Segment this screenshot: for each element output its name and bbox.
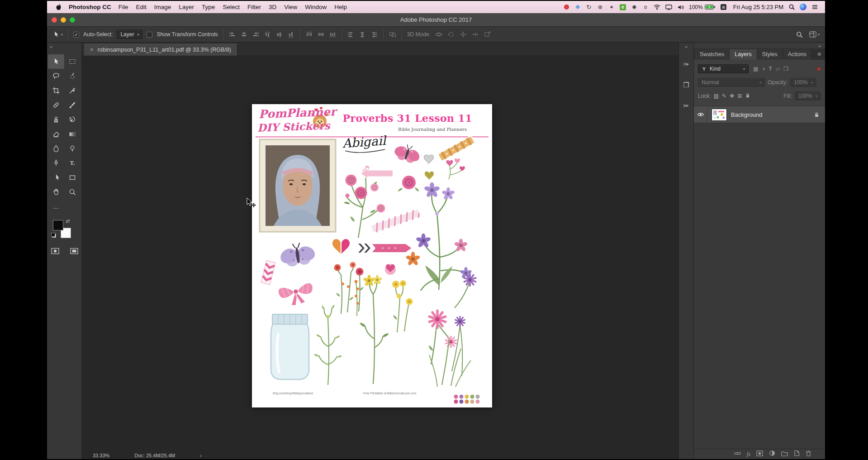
link-layers-icon[interactable] [734, 450, 741, 458]
distribute-right-icon[interactable] [370, 31, 378, 38]
apple-menu-icon[interactable] [55, 4, 62, 11]
screen-mode-button[interactable] [70, 247, 79, 257]
layer-row-background[interactable]: Background [694, 106, 825, 123]
eraser-tool[interactable] [48, 127, 64, 141]
layer-visibility-toggle[interactable] [694, 106, 707, 123]
dodge-tool[interactable] [64, 141, 81, 156]
rectangle-tool[interactable] [64, 170, 81, 185]
spotlight-icon[interactable] [788, 4, 795, 11]
brush-tool[interactable] [64, 98, 81, 112]
evernote-icon[interactable]: e [620, 4, 626, 11]
document-page[interactable]: PomPlanner DIY Stickers Proverbs 31 Less… [252, 104, 492, 407]
layers-list-empty-area[interactable] [694, 123, 825, 449]
active-app-menu[interactable]: Photoshop CC [69, 4, 111, 10]
adjustment-layer-icon[interactable] [769, 450, 775, 458]
sync-status-icon[interactable]: ↻ [586, 4, 592, 11]
default-colors-icon[interactable] [52, 234, 56, 238]
expand-panels-icon[interactable]: « [685, 44, 688, 49]
foreground-color-swatch[interactable] [53, 220, 63, 230]
notification-center-icon[interactable] [811, 4, 818, 11]
3d-orbit-icon[interactable] [435, 31, 443, 38]
edit-toolbar-button[interactable]: … [48, 199, 64, 214]
tab-layers[interactable]: Layers [730, 49, 757, 60]
filter-shape-layers-icon[interactable]: ▱ [776, 66, 780, 72]
3d-slide-icon[interactable] [471, 31, 479, 38]
align-vertical-center-icon[interactable] [275, 31, 283, 38]
delete-layer-icon[interactable] [806, 450, 811, 458]
lock-all-icon[interactable] [745, 92, 750, 100]
wifi-icon[interactable] [654, 4, 660, 11]
panel-menu-icon[interactable]: ≡ [817, 51, 821, 58]
globe-menu-icon[interactable]: ⊕ [597, 4, 603, 11]
new-layer-icon[interactable] [794, 450, 800, 458]
filter-smart-objects-icon[interactable]: ❒ [783, 66, 788, 72]
3d-scale-icon[interactable] [484, 31, 492, 38]
clone-source-panel-icon[interactable]: ❐ [683, 75, 689, 96]
filter-pixel-layers-icon[interactable]: ▦ [753, 66, 758, 72]
minimize-window-button[interactable] [61, 17, 66, 23]
fill-dropdown[interactable]: 100%▾ [795, 91, 821, 101]
window-title-bar[interactable]: Adobe Photoshop CC 2017 [47, 13, 825, 27]
layer-thumbnail[interactable] [711, 109, 727, 121]
align-top-icon[interactable] [264, 31, 271, 38]
blend-mode-dropdown[interactable]: Normal▾ [698, 78, 765, 87]
distribute-left-icon[interactable] [347, 31, 355, 38]
canvas[interactable]: PomPlanner DIY Stickers Proverbs 31 Less… [82, 56, 678, 452]
menu-layer[interactable]: Layer [179, 4, 194, 10]
notes-panel-icon[interactable]: ✂ [683, 96, 689, 116]
search-icon[interactable] [796, 31, 803, 38]
menu-help[interactable]: Help [334, 4, 347, 10]
filter-type-layers-icon[interactable]: T [769, 66, 772, 72]
document-tab[interactable]: × robinsampson_P31_L11_art01.pdf @ 33.3%… [84, 43, 237, 56]
opacity-dropdown[interactable]: 100%▾ [790, 78, 816, 87]
rectangular-marquee-tool[interactable] [64, 54, 81, 69]
sparkle-menu-icon[interactable]: ✦ [608, 4, 615, 11]
lock-pixels-icon[interactable]: ✎ [722, 93, 726, 99]
quick-mask-button[interactable] [51, 247, 60, 257]
layer-styles-fx-icon[interactable]: fx [747, 451, 750, 457]
menu-select[interactable]: Select [223, 4, 240, 10]
distribute-vertical-center-icon[interactable] [317, 31, 325, 38]
menu-filter[interactable]: Filter [247, 4, 261, 10]
3d-roll-icon[interactable] [447, 31, 455, 38]
eyedropper-tool[interactable] [64, 83, 81, 98]
layer-filter-kind-dropdown[interactable]: Kind▾ [698, 64, 749, 73]
quick-selection-tool[interactable] [64, 69, 81, 83]
history-brush-tool[interactable] [64, 112, 81, 127]
lock-position-icon[interactable]: ✥ [730, 93, 734, 99]
menu-view[interactable]: View [284, 4, 297, 10]
distribute-top-icon[interactable] [305, 31, 313, 38]
align-right-icon[interactable] [252, 31, 260, 38]
blur-tool[interactable] [48, 141, 64, 156]
collapse-tools-icon[interactable]: « [50, 44, 52, 49]
distribute-horizontal-center-icon[interactable] [359, 31, 366, 38]
menu-3d[interactable]: 3D [269, 4, 276, 10]
auto-select-checkbox[interactable]: ✓ [73, 32, 79, 38]
show-transform-controls-checkbox[interactable] [147, 32, 152, 38]
3d-drag-icon[interactable] [459, 31, 467, 38]
tab-styles[interactable]: Styles [757, 49, 783, 60]
brushes-panel-icon[interactable]: ✑ [683, 54, 689, 75]
move-tool[interactable] [48, 54, 64, 69]
type-tool[interactable]: T. [64, 156, 81, 170]
close-window-button[interactable] [52, 17, 57, 23]
new-group-icon[interactable] [781, 450, 788, 458]
filtering-toggle[interactable] [817, 67, 821, 71]
swap-colors-icon[interactable]: ⇄ [66, 218, 70, 224]
volume-icon[interactable] [677, 4, 684, 11]
zoom-window-button[interactable] [70, 17, 75, 23]
tool-preset-picker[interactable]: ▾ [52, 31, 63, 38]
menu-image[interactable]: Image [154, 4, 171, 10]
auto-select-target-dropdown[interactable]: Layer▾ [117, 30, 142, 39]
battery-indicator[interactable]: 100% [689, 4, 716, 10]
workspace-switcher[interactable]: ▾ [809, 31, 820, 38]
menu-type[interactable]: Type [202, 4, 215, 10]
status-chevron[interactable]: › [200, 453, 202, 458]
align-horizontal-center-icon[interactable] [240, 31, 248, 38]
gradient-tool[interactable] [64, 127, 81, 141]
lock-transparency-icon[interactable]: ▨ [714, 93, 719, 99]
menu-bar-clock[interactable]: Fri Aug 25 5:23 PM [733, 4, 783, 10]
crop-tool[interactable] [48, 83, 64, 98]
paw-menu-icon[interactable]: ✺ [631, 4, 637, 11]
hand-tool[interactable] [48, 185, 64, 199]
